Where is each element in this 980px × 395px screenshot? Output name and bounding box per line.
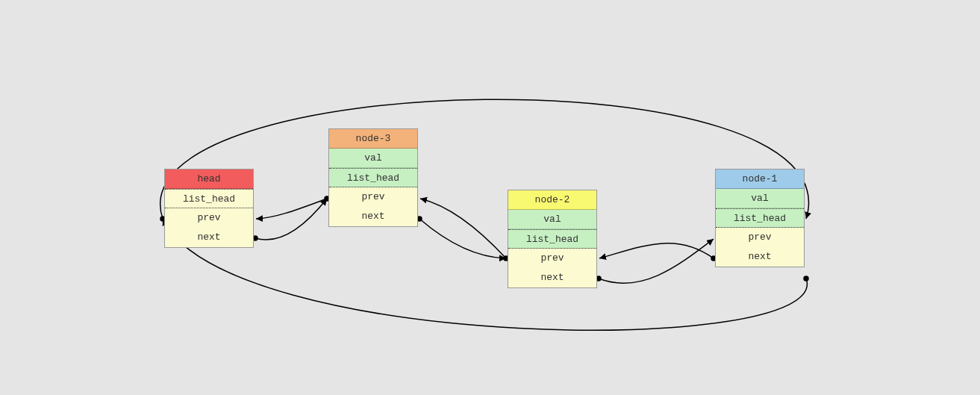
node-2-prev: prev [508,249,596,268]
node-1-listhead: list_head [716,208,804,228]
node-head-next: next [165,228,253,247]
node-1-prev: prev [716,228,804,247]
node-head-listhead: list_head [165,189,253,208]
node-2-title: node-2 [508,190,596,210]
node-1-title: node-1 [716,169,804,189]
arrow-layer [0,0,980,395]
node-2-val: val [508,210,596,229]
node-3-prev: prev [329,187,417,207]
node-1-val: val [716,189,804,208]
node-2-next: next [508,268,596,287]
node-3-listhead: list_head [329,168,417,187]
node-3-next: next [329,207,417,226]
diagram-canvas: head list_head prev next node-3 val list… [0,0,980,395]
node-1: node-1 val list_head prev next [715,169,805,267]
node-3: node-3 val list_head prev next [328,128,418,227]
node-2-listhead: list_head [508,229,596,249]
node-1-next: next [716,247,804,267]
node-head-title: head [165,169,253,189]
node-head-prev: prev [165,208,253,228]
node-3-val: val [329,149,417,168]
node-3-title: node-3 [329,129,417,149]
node-2: node-2 val list_head prev next [508,190,597,288]
svg-point-6 [804,276,808,281]
node-head: head list_head prev next [164,169,254,248]
